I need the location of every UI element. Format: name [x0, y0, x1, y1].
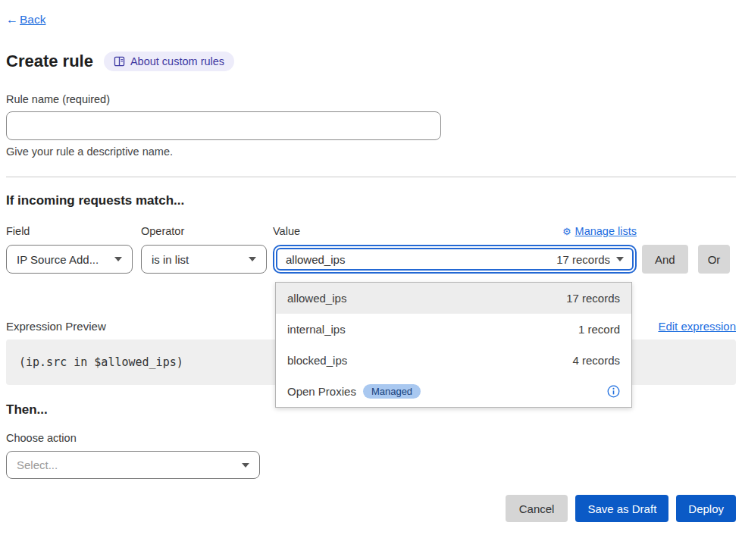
back-arrow-icon: ←: [6, 13, 18, 27]
managed-badge: Managed: [363, 384, 421, 399]
about-custom-rules-label: About custom rules: [130, 55, 224, 67]
save-as-draft-button[interactable]: Save as Draft: [575, 495, 668, 522]
action-select-placeholder: Select...: [17, 458, 58, 471]
list-option-name: internal_ips: [287, 323, 346, 336]
value-select[interactable]: allowed_ips 17 records: [276, 248, 634, 271]
and-button[interactable]: And: [642, 245, 688, 274]
list-option-internal-ips[interactable]: internal_ips 1 record: [276, 314, 631, 345]
chevron-down-icon: [616, 257, 624, 261]
list-option-meta: 4 records: [572, 354, 620, 367]
list-option-meta: 1 record: [578, 323, 620, 336]
manage-lists-link[interactable]: ⚙ Manage lists: [562, 225, 637, 237]
rule-name-helper: Give your rule a descriptive name.: [6, 145, 736, 158]
operator-label: Operator: [141, 225, 184, 237]
field-select[interactable]: IP Source Add...: [6, 245, 133, 274]
book-icon: [114, 56, 125, 67]
deploy-button[interactable]: Deploy: [676, 495, 736, 522]
expression-preview-label: Expression Preview: [6, 320, 106, 333]
edit-expression-link[interactable]: Edit expression: [658, 320, 736, 333]
operator-select-value: is in list: [152, 253, 189, 266]
gear-icon[interactable]: ⚙: [562, 226, 571, 237]
manage-lists-label: Manage lists: [575, 225, 637, 237]
cancel-button[interactable]: Cancel: [506, 495, 568, 522]
list-option-name: blocked_ips: [287, 354, 347, 367]
list-option-meta: 17 records: [566, 292, 620, 305]
chevron-down-icon: [242, 463, 249, 468]
action-select[interactable]: Select...: [6, 451, 260, 479]
title-row: Create rule About custom rules: [6, 52, 736, 71]
about-custom-rules-link[interactable]: About custom rules: [104, 52, 234, 71]
footer-actions: Cancel Save as Draft Deploy: [6, 495, 736, 522]
list-option-blocked-ips[interactable]: blocked_ips 4 records: [276, 345, 631, 376]
match-section-heading: If incoming requests match...: [6, 193, 736, 208]
page-title: Create rule: [6, 52, 93, 71]
rule-name-input[interactable]: [6, 111, 441, 140]
list-option-name: Open Proxies: [287, 385, 356, 398]
list-dropdown-panel: allowed_ips 17 records internal_ips 1 re…: [275, 282, 632, 408]
back-link-label: Back: [20, 13, 45, 27]
value-label: Value: [273, 225, 300, 237]
operator-select[interactable]: is in list: [141, 245, 267, 274]
back-link[interactable]: ← Back: [6, 13, 45, 27]
section-divider: [6, 177, 736, 177]
create-rule-page: ← Back Create rule About custom rules Ru…: [0, 0, 742, 560]
conjunction-buttons: And Or: [642, 224, 730, 274]
choose-action-label: Choose action: [6, 432, 736, 444]
or-button[interactable]: Or: [698, 245, 731, 274]
back-row: ← Back: [6, 13, 736, 30]
expression-code: (ip.src in $allowed_ips): [19, 355, 183, 369]
list-option-allowed-ips[interactable]: allowed_ips 17 records: [276, 283, 631, 314]
rule-builder-row: Field IP Source Add... Operator is in li…: [6, 224, 736, 274]
value-select-wrapper: allowed_ips 17 records allowed_ips 17 re…: [273, 245, 637, 274]
value-select-value: allowed_ips: [286, 253, 345, 266]
info-icon[interactable]: [607, 385, 620, 398]
field-label: Field: [6, 225, 30, 237]
rule-name-label: Rule name (required): [6, 93, 736, 105]
value-select-records: 17 records: [556, 253, 610, 266]
list-option-name: allowed_ips: [287, 292, 346, 305]
list-option-open-proxies[interactable]: Open Proxies Managed: [276, 376, 631, 407]
chevron-down-icon: [249, 257, 256, 261]
field-select-value: IP Source Add...: [17, 253, 99, 266]
chevron-down-icon: [114, 257, 122, 261]
